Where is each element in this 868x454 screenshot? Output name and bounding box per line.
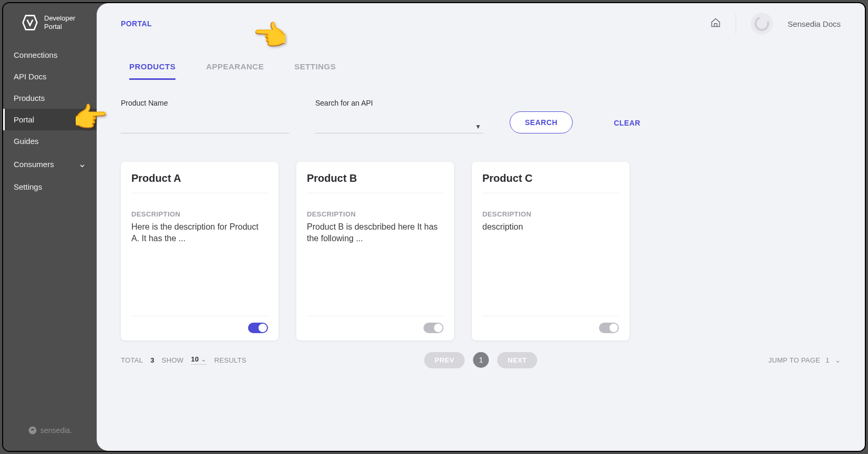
card-title: Product C [482,172,619,193]
avatar[interactable] [751,13,773,35]
card-title: Product B [307,172,443,193]
show-select[interactable]: 10 ⌄ [191,355,206,365]
tab-appearance[interactable]: APPEARANCE [206,62,264,80]
breadcrumb: PORTAL [121,19,152,28]
chevron-down-icon: ⌄ [78,158,86,170]
user-name: Sensedia Docs [788,19,841,28]
search-button[interactable]: SEARCH [510,111,573,133]
card-toggle[interactable] [248,323,268,333]
card-desc-label: DESCRIPTION [131,210,268,218]
search-api-label: Search for an API [315,99,483,107]
tab-settings[interactable]: SETTINGS [294,62,336,80]
product-name-label: Product Name [121,99,289,107]
jump-value: 1 [825,356,830,364]
dropdown-caret-icon: ▼ [475,123,481,130]
chevron-down-icon[interactable]: ⌄ [835,356,841,364]
sidebar-brand-footer: sensedia. [3,426,97,435]
card-desc: Here is the description for Product A. I… [131,221,268,245]
page-current[interactable]: 1 [473,352,489,368]
total-value: 3 [150,356,154,364]
show-label: SHOW [162,356,184,364]
sidebar-item-settings[interactable]: Settings [3,176,97,198]
topbar-divider [736,13,736,34]
results-label: RESULTS [214,356,246,364]
card-toggle[interactable] [599,323,619,333]
next-button[interactable]: NEXT [497,352,537,368]
card-desc: description [482,221,619,233]
card-toggle[interactable] [423,323,443,333]
prev-button[interactable]: PREV [424,352,464,368]
card-desc: Product B is descbribed here It has the … [307,221,443,245]
clear-button[interactable]: CLEAR [599,112,655,133]
sidebar: Developer Portal Connections API Docs Pr… [3,3,97,451]
main-content: PORTAL Sensedia Docs 👈 PRODUCTS APPEARAN… [97,3,865,451]
product-card[interactable]: Product C DESCRIPTION description [472,162,629,340]
logo: Developer Portal [3,3,97,44]
product-name-input[interactable] [121,119,289,133]
card-desc-label: DESCRIPTION [307,210,443,218]
card-desc-label: DESCRIPTION [482,210,619,218]
sidebar-item-api-docs[interactable]: API Docs [3,66,97,87]
search-api-select[interactable] [315,119,483,133]
home-icon[interactable] [710,17,721,30]
tab-products[interactable]: PRODUCTS [129,62,175,80]
pointer-annotation-icon: 👉 [73,101,108,134]
chevron-down-icon: ⌄ [201,355,206,363]
jump-label: JUMP TO PAGE [768,356,820,364]
product-card[interactable]: Product B DESCRIPTION Product B is descb… [296,162,454,340]
total-label: TOTAL [121,356,143,364]
pointer-annotation-icon: 👈 [252,19,287,52]
sidebar-item-consumers[interactable]: Consumers ⌄ [3,152,97,176]
card-title: Product A [131,172,268,193]
logo-icon [21,14,39,32]
sidebar-item-connections[interactable]: Connections [3,44,97,66]
product-card[interactable]: Product A DESCRIPTION Here is the descri… [121,162,278,340]
logo-text: Developer Portal [44,14,75,30]
